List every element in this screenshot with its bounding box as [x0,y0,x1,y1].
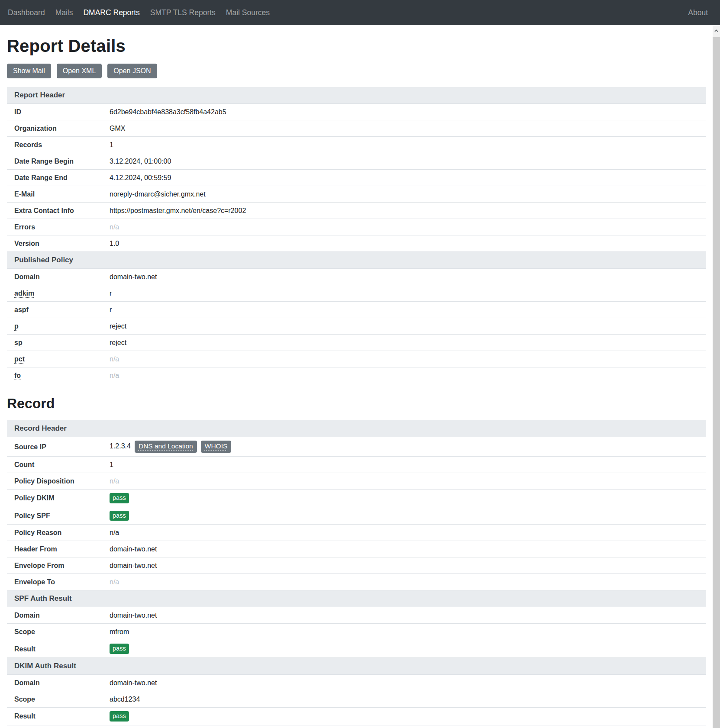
row-value: n/a [110,574,706,590]
table-row: Domaindomain-two.net [7,675,706,691]
table-row: Resultpass [7,640,706,658]
table-row: Date Range Begin3.12.2024, 01:00:00 [7,153,706,170]
row-label-aspf: aspf [7,302,110,318]
row-value: GMX [110,120,706,137]
navbar: DashboardMailsDMARC ReportsSMTP TLS Repo… [0,0,720,25]
row-value: https://postmaster.gmx.net/en/case?c=r20… [110,203,706,219]
row-value: reject [110,335,706,351]
value-text: domain-two.net [110,679,157,686]
section-header-row: SPF Auth Result [7,590,706,607]
table-row: Domaindomain-two.net [7,607,706,624]
row-value: domain-two.net [110,269,706,285]
value-text: domain-two.net [110,612,157,619]
row-label-e-mail: E-Mail [7,186,110,203]
value-text: domain-two.net [110,545,157,553]
row-value: pass [110,708,706,725]
row-label-adkim: adkim [7,285,110,302]
open-xml-button[interactable]: Open XML [57,64,102,78]
row-value: reject [110,318,706,335]
nav-item-dashboard[interactable]: Dashboard [7,5,50,21]
section-header-record-header: Record Header [7,420,706,437]
value-text: reject [110,322,126,330]
row-label-fo: fo [7,367,110,384]
value-text: 1 [110,461,113,468]
chevron-up-icon [714,29,718,32]
row-label-domain: Domain [7,675,110,691]
table-row: Policy SPFpass [7,507,706,525]
table-row: Date Range End4.12.2024, 00:59:59 [7,170,706,186]
table-row: Envelope Fromdomain-two.net [7,557,706,574]
row-label-count: Count [7,456,110,473]
row-label-sp: sp [7,335,110,351]
value-text: r [110,306,112,313]
row-value: r [110,302,706,318]
section-header-report-header: Report Header [7,87,706,104]
row-value: n/a [110,525,706,541]
row-label-p: p [7,318,110,335]
status-badge-pass: pass [110,711,129,722]
row-value: mfrom [110,624,706,640]
table-row: Version1.0 [7,235,706,252]
row-value: 1.2.3.4DNS and LocationWHOIS [110,437,706,457]
value-text: noreply-dmarc@sicher.gmx.net [110,190,206,198]
value-text: reject [110,339,126,346]
row-label-source-ip: Source IP [7,437,110,457]
row-value: abcd1234 [110,691,706,708]
row-label-pct: pct [7,351,110,367]
row-value: n/a [110,367,706,384]
value-text: GMX [110,125,125,132]
section-header-row: Report Header [7,87,706,104]
table-row: spreject [7,335,706,351]
scrollbar-track[interactable] [713,25,720,728]
value-text: r [110,290,112,297]
nav-item-mails[interactable]: Mails [50,5,78,21]
row-label-domain: Domain [7,269,110,285]
value-text: 1.0 [110,240,119,247]
status-badge-pass: pass [110,511,129,521]
row-label-records: Records [7,137,110,153]
table-row: fon/a [7,367,706,384]
value-text: 6d2be94cbabf4e838a3cf58fb4a42ab5 [110,108,226,116]
whois-button[interactable]: WHOIS [201,441,232,453]
record-table: Record HeaderSource IP1.2.3.4DNS and Loc… [7,420,706,728]
row-value: noreply-dmarc@sicher.gmx.net [110,186,706,203]
action-buttons: Show MailOpen XMLOpen JSON [7,64,706,78]
scroll-up-button[interactable] [713,25,720,36]
section-header-dkim-auth-result: DKIM Auth Result [7,658,706,675]
value-text: n/a [110,578,119,586]
row-label-header-from: Header From [7,541,110,557]
nav-item-mail-sources[interactable]: Mail Sources [221,5,275,21]
abbr-label-pct: pct [14,355,25,363]
value-text: 4.12.2024, 00:59:59 [110,174,171,181]
row-value: n/a [110,473,706,489]
row-label-date-range-end: Date Range End [7,170,110,186]
row-value: r [110,285,706,302]
page-title: Report Details [7,36,706,56]
record-title: Record [7,396,706,412]
section-header-row: DKIM Auth Result [7,658,706,675]
row-label-policy-disposition: Policy Disposition [7,473,110,489]
table-row: Scopeabcd1234 [7,691,706,708]
nav-item-smtp-tls-reports[interactable]: SMTP TLS Reports [145,5,221,21]
main-content: Report Details Show MailOpen XMLOpen JSO… [0,25,713,728]
nav-item-about[interactable]: About [683,5,713,21]
table-row: preject [7,318,706,335]
abbr-label-aspf: aspf [14,306,29,313]
scrollbar-thumb[interactable] [713,37,720,728]
row-label-human-result: Human Result [7,725,110,728]
show-mail-button[interactable]: Show Mail [7,64,51,78]
row-label-envelope-to: Envelope To [7,574,110,590]
status-badge-pass: pass [110,493,129,503]
table-row: Header Fromdomain-two.net [7,541,706,557]
row-value: domain-two.net [110,607,706,624]
table-row: Scopemfrom [7,624,706,640]
table-row: Errorsn/a [7,219,706,235]
value-text: n/a [110,223,119,231]
dns-and-location-button[interactable]: DNS and Location [135,441,197,453]
value-text: mfrom [110,628,129,635]
nav-item-dmarc-reports[interactable]: DMARC Reports [78,5,145,21]
open-json-button[interactable]: Open JSON [107,64,157,78]
row-value: 1 [110,456,706,473]
table-row: Human Resultn/a [7,725,706,728]
abbr-label-p: p [14,322,19,330]
